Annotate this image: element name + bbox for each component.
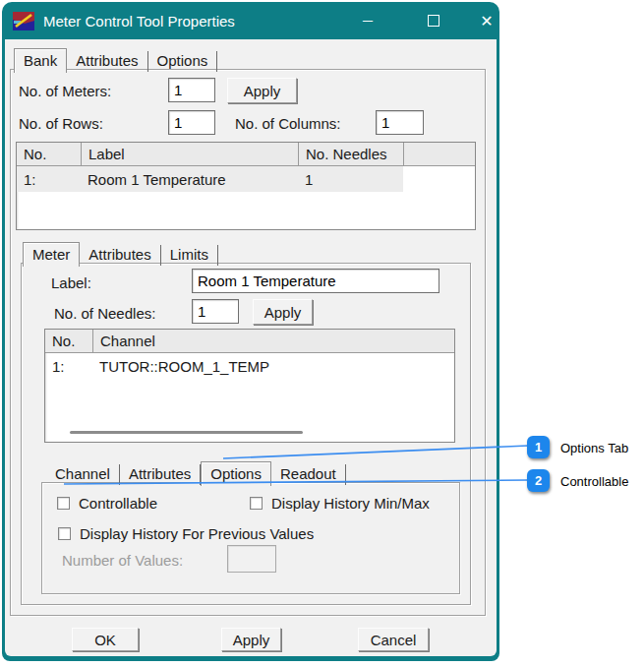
bank-meter-list: No. Label No. Needles 1: Room 1 Temperat… (16, 142, 476, 230)
tab-bank[interactable]: Bank (14, 48, 67, 73)
channel-tab-row: Channel Attributes Options Readout (46, 459, 346, 485)
num-values-label: Number of Values: (62, 552, 183, 569)
rows-label: No. of Rows: (19, 115, 103, 132)
tab-meter-limits[interactable]: Limits (161, 245, 218, 266)
callout-1-badge: 1 (527, 436, 550, 458)
horizontal-scrollbar-thumb[interactable] (70, 431, 303, 434)
history-minmax-label: Display History Min/Max (271, 495, 430, 512)
history-prev-label: Display History For Previous Values (80, 525, 314, 542)
needles-input[interactable] (192, 299, 239, 324)
header-no: No. (45, 330, 92, 352)
channel-list-header: No. Channel (45, 330, 454, 353)
columns-input[interactable] (376, 110, 424, 135)
history-minmax-checkbox[interactable] (250, 497, 263, 510)
meter-label-input[interactable] (192, 269, 439, 293)
maximize-icon (428, 15, 439, 27)
window-title: Meter Control Tool Properties (43, 13, 235, 30)
meter-apply-button[interactable]: Apply (253, 299, 313, 325)
tab-channel-readout[interactable]: Readout (271, 464, 346, 485)
header-needles: No. Needles (298, 143, 403, 165)
tab-meter[interactable]: Meter (23, 242, 80, 267)
bank-tab-row: Bank Attributes Options (14, 46, 217, 72)
maximize-button[interactable] (412, 2, 455, 39)
history-minmax-checkbox-row[interactable]: Display History Min/Max (250, 495, 430, 512)
close-button[interactable]: ✕ (465, 2, 508, 39)
channel-list-row[interactable]: 1: TUTOR::ROOM_1_TEMP (45, 353, 454, 379)
header-channel: Channel (92, 330, 454, 352)
cell-no: 1: (17, 171, 81, 188)
dialog-window: Meter Control Tool Properties ─ ✕ Bank A… (2, 2, 499, 661)
bank-list-row[interactable]: 1: Room 1 Temperature 1 (17, 166, 403, 192)
history-prev-checkbox[interactable] (58, 527, 71, 540)
header-blank (403, 143, 475, 165)
header-label: Label (81, 143, 298, 165)
bank-apply-button[interactable]: Apply (227, 78, 297, 103)
tab-bank-options[interactable]: Options (148, 51, 218, 72)
cell-label: Room 1 Temperature (81, 171, 298, 188)
bank-list-header: No. Label No. Needles (17, 143, 475, 166)
cancel-button[interactable]: Cancel (358, 628, 429, 651)
meters-label: No. of Meters: (19, 83, 111, 99)
close-icon: ✕ (480, 12, 493, 30)
meter-label-label: Label: (51, 274, 91, 291)
meter-panel: Label: No. of Needles: Apply No. Channel… (21, 263, 471, 605)
tab-channel-options[interactable]: Options (201, 461, 271, 486)
minimize-button[interactable]: ─ (346, 2, 389, 39)
bank-panel: No. of Meters: Apply No. of Rows: No. of… (10, 69, 486, 616)
meters-input[interactable] (168, 78, 215, 102)
controllable-checkbox-row[interactable]: Controllable (57, 495, 157, 512)
meter-tab-row: Meter Attributes Limits (23, 240, 218, 266)
header-no: No. (17, 143, 81, 165)
tab-channel[interactable]: Channel (46, 464, 120, 485)
meter-app-icon (13, 12, 34, 30)
needles-label: No. of Needles: (54, 305, 155, 322)
tab-bank-attributes[interactable]: Attributes (67, 51, 147, 72)
columns-label: No. of Columns: (235, 115, 341, 132)
callout-2-badge: 2 (527, 469, 550, 492)
controllable-label: Controllable (79, 495, 157, 512)
callout-1-label: Options Tab (560, 441, 628, 455)
cell-no: 1: (45, 358, 92, 375)
screenshot-stage: Meter Control Tool Properties ─ ✕ Bank A… (0, 0, 644, 667)
cell-channel: TUTOR::ROOM_1_TEMP (92, 358, 276, 375)
options-panel: Controllable Display History Min/Max Dis… (41, 482, 460, 594)
num-values-input (227, 545, 276, 573)
dialog-body: Bank Attributes Options No. of Meters: A… (5, 39, 497, 656)
ok-button[interactable]: OK (72, 628, 139, 651)
controllable-checkbox[interactable] (57, 497, 70, 510)
history-prev-checkbox-row[interactable]: Display History For Previous Values (58, 525, 314, 542)
tab-channel-attributes[interactable]: Attributes (120, 464, 201, 485)
minimize-icon: ─ (363, 13, 373, 29)
channel-list: No. Channel 1: TUTOR::ROOM_1_TEMP (44, 329, 455, 443)
callout-2-label: Controllable (560, 474, 628, 489)
tab-meter-attributes[interactable]: Attributes (80, 245, 160, 266)
rows-input[interactable] (168, 110, 215, 135)
apply-button[interactable]: Apply (221, 628, 281, 651)
cell-needles: 1 (298, 171, 403, 188)
